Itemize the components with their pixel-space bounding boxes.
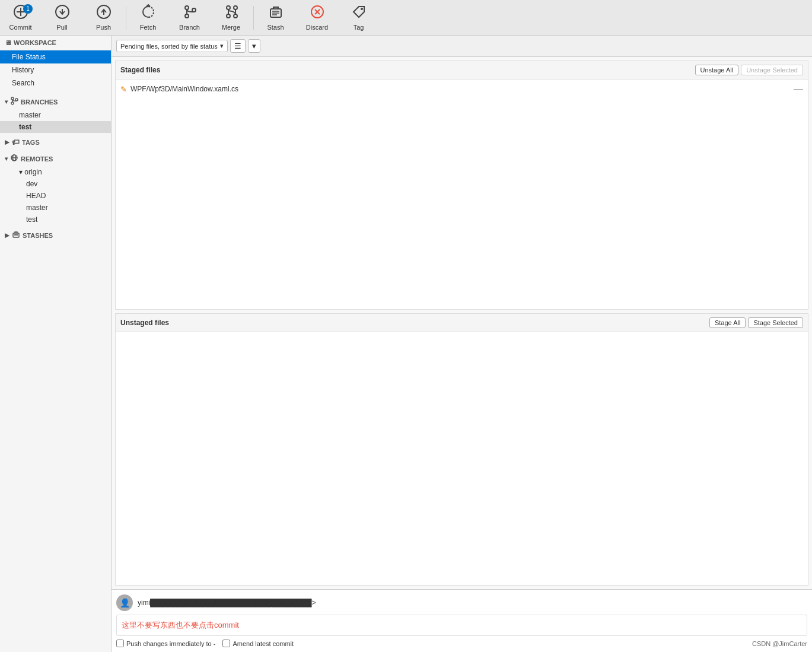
tags-label: TAGS xyxy=(22,139,40,146)
tags-chevron: ▶ xyxy=(5,139,9,145)
commit-message-text: 这里不要写东西也不要点击commit xyxy=(122,620,802,631)
unstage-selected-button[interactable]: Unstage Selected xyxy=(741,65,803,75)
stage-selected-button[interactable]: Stage Selected xyxy=(748,317,803,328)
svg-point-22 xyxy=(361,8,363,10)
sidebar: 🖥 WORKSPACE File Status History Search ▾… xyxy=(0,36,112,652)
commit-badge: 1 xyxy=(23,4,33,14)
remote-origin-head[interactable]: HEAD xyxy=(0,190,111,202)
stashes-section-header[interactable]: ▶ STASHES xyxy=(0,228,111,243)
remote-origin-test[interactable]: test xyxy=(0,214,111,225)
commit-bottom-row: Push changes immediately to - Amend late… xyxy=(116,640,807,647)
staged-files-title: Staged files xyxy=(120,66,160,74)
branches-chevron: ▾ xyxy=(5,98,8,105)
view-toggle-button[interactable]: ☰ xyxy=(230,39,246,53)
content-area: Pending files, sorted by file status ▾ ☰… xyxy=(112,36,812,652)
stash-icon xyxy=(268,4,284,23)
fetch-icon xyxy=(141,4,156,23)
remote-origin-dev[interactable]: dev xyxy=(0,178,111,190)
staged-files-buttons: Unstage All Unstage Selected xyxy=(695,65,804,75)
sidebar-item-file-status[interactable]: File Status xyxy=(0,50,111,63)
merge-icon xyxy=(224,4,239,23)
branch-icon xyxy=(182,4,198,23)
staged-files-body: ✎ WPF/Wpf3D/MainWindow.xaml.cs — xyxy=(116,79,808,309)
file-modified-icon: ✎ xyxy=(120,85,127,94)
commit-user-email: yimi████████████████████████████████> xyxy=(138,599,316,607)
amend-commit-label: Amend latest commit xyxy=(233,640,294,647)
workspace-label: WORKSPACE xyxy=(14,39,56,46)
commit-label: Commit xyxy=(9,24,32,31)
toolbar-separator-2 xyxy=(253,6,254,30)
filter-label: Pending files, sorted by file status xyxy=(120,43,218,50)
view-option-button[interactable]: ▾ xyxy=(248,39,260,53)
push-button[interactable]: Push xyxy=(83,2,125,34)
remote-origin-master[interactable]: master xyxy=(0,202,111,214)
staged-files-panel: Staged files Unstage All Unstage Selecte… xyxy=(115,61,808,310)
svg-rect-30 xyxy=(13,233,19,237)
filter-chevron-icon: ▾ xyxy=(220,42,224,50)
discard-label: Discard xyxy=(306,24,328,31)
panels-container: Staged files Unstage All Unstage Selecte… xyxy=(112,57,812,589)
toolbar-separator-1 xyxy=(126,6,126,30)
file-filter-dropdown[interactable]: Pending files, sorted by file status ▾ xyxy=(116,40,228,52)
unstaged-files-buttons: Stage All Stage Selected xyxy=(709,317,803,328)
commit-button[interactable]: 1 Commit xyxy=(0,2,42,34)
commit-area: 👤 yimi████████████████████████████████> … xyxy=(112,589,812,652)
workspace-header: 🖥 WORKSPACE xyxy=(0,36,111,50)
staged-file-item[interactable]: ✎ WPF/Wpf3D/MainWindow.xaml.cs — xyxy=(116,82,808,96)
tag-button[interactable]: Tag xyxy=(338,2,380,34)
push-immediately-checkbox-label[interactable]: Push changes immediately to - xyxy=(116,640,215,647)
branches-section-header[interactable]: ▾ BRANCHES xyxy=(0,94,111,109)
pull-button[interactable]: Pull xyxy=(42,2,83,34)
stash-label: Stash xyxy=(267,24,284,31)
branch-master[interactable]: master xyxy=(0,109,111,121)
remotes-chevron: ▾ xyxy=(5,155,8,162)
fetch-button[interactable]: Fetch xyxy=(128,2,169,34)
svg-point-7 xyxy=(185,6,189,9)
remotes-label: REMOTES xyxy=(21,155,53,163)
merge-label: Merge xyxy=(222,24,240,31)
stage-all-button[interactable]: Stage All xyxy=(709,317,746,328)
push-immediately-checkbox[interactable] xyxy=(116,640,124,647)
stashes-label: STASHES xyxy=(23,232,53,239)
user-avatar: 👤 xyxy=(116,594,133,611)
staged-files-header: Staged files Unstage All Unstage Selecte… xyxy=(116,61,808,79)
unstage-all-button[interactable]: Unstage All xyxy=(695,65,739,75)
fetch-label: Fetch xyxy=(140,24,157,31)
branch-label: Branch xyxy=(179,24,200,31)
push-icon xyxy=(96,4,112,23)
amend-commit-checkbox[interactable] xyxy=(222,640,230,647)
svg-point-12 xyxy=(227,14,230,18)
tag-label: Tag xyxy=(354,24,364,31)
sidebar-item-history[interactable]: History xyxy=(0,63,111,77)
filter-bar: Pending files, sorted by file status ▾ ☰… xyxy=(112,36,812,57)
remotes-section-header[interactable]: ▾ REMOTES xyxy=(0,151,111,166)
commit-user-row: 👤 yimi████████████████████████████████> xyxy=(116,594,807,611)
amend-commit-checkbox-label[interactable]: Amend latest commit xyxy=(222,640,294,647)
branches-label: BRANCHES xyxy=(21,98,58,106)
svg-point-13 xyxy=(234,14,237,18)
merge-button[interactable]: Merge xyxy=(211,2,252,34)
sidebar-item-search[interactable]: Search xyxy=(0,77,111,90)
stash-button[interactable]: Stash xyxy=(255,2,297,34)
discard-icon xyxy=(310,4,325,23)
credit-text: CSDN @JimCarter xyxy=(752,640,807,647)
tag-icon xyxy=(351,4,367,23)
unstaged-files-body xyxy=(116,332,808,585)
tags-section-header[interactable]: ▶ 🏷 TAGS xyxy=(0,135,111,149)
remote-origin[interactable]: ▾ origin xyxy=(0,166,111,178)
stashes-icon xyxy=(12,230,20,240)
file-action-icon[interactable]: — xyxy=(794,84,803,94)
unstaged-files-header: Unstaged files Stage All Stage Selected xyxy=(116,314,808,332)
svg-point-16 xyxy=(234,6,237,9)
commit-checkboxes: Push changes immediately to - Amend late… xyxy=(116,640,294,647)
branch-button[interactable]: Branch xyxy=(169,2,211,34)
branch-test[interactable]: test xyxy=(0,121,111,133)
commit-message-box[interactable]: 这里不要写东西也不要点击commit xyxy=(116,615,807,636)
pull-icon xyxy=(55,4,70,23)
stashes-chevron: ▶ xyxy=(5,232,9,238)
toolbar: 1 Commit Pull Push xyxy=(0,0,812,36)
discard-button[interactable]: Discard xyxy=(297,2,338,34)
svg-point-8 xyxy=(185,14,189,18)
unstaged-files-title: Unstaged files xyxy=(120,319,169,327)
svg-point-23 xyxy=(11,97,14,100)
